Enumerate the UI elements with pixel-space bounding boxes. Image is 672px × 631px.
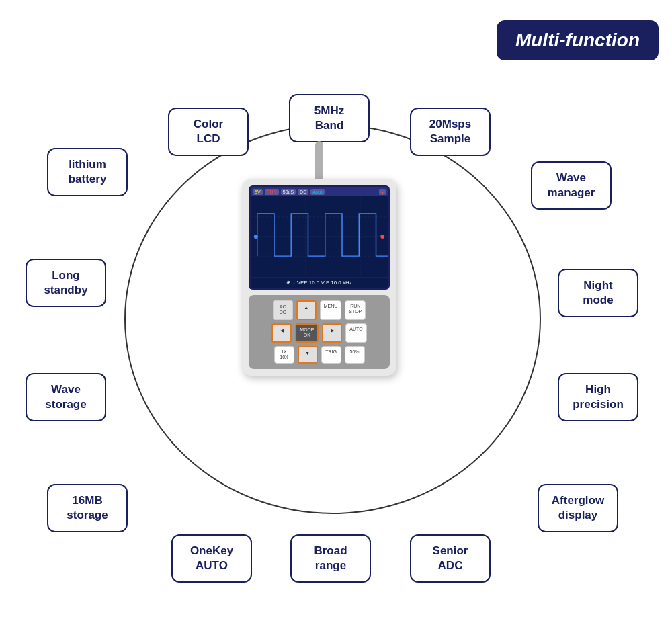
- svg-point-7: [254, 235, 258, 239]
- feature-box-16mb-storage: 16MBstorage: [47, 484, 128, 532]
- feature-box-lithium-battery: lithiumbattery: [47, 148, 128, 196]
- key-menu[interactable]: MENU: [320, 300, 342, 320]
- feature-box-wave-storage: Wavestorage: [26, 373, 106, 421]
- antenna: [315, 141, 323, 181]
- device-image: 5V RUN 50uS DC Auto ●: [242, 141, 396, 376]
- feature-box-broad-range: Broadrange: [290, 534, 371, 583]
- key-right[interactable]: ▶: [322, 323, 342, 343]
- feature-box-20msps-sample: 20MspsSample: [410, 108, 491, 156]
- feature-box-high-precision: Highprecision: [558, 373, 638, 421]
- feature-box-color-lcd: ColorLCD: [168, 108, 249, 156]
- key-50pct[interactable]: 50%: [345, 346, 365, 364]
- feature-box-5mhz-band: 5MHzBand: [289, 94, 370, 142]
- screen-footer: ⊕ ↕ VPP 10.6 V F 10.0 kHz: [251, 278, 388, 288]
- key-up[interactable]: ▲: [296, 300, 317, 320]
- key-down[interactable]: ▼: [298, 346, 318, 364]
- device-body: 5V RUN 50uS DC Auto ●: [242, 179, 396, 376]
- key-run-stop[interactable]: RUNSTOP: [345, 300, 366, 320]
- screen-display: [251, 196, 388, 277]
- feature-box-afterglow-display: Afterglowdisplay: [538, 484, 618, 532]
- feature-box-night-mode: Nightmode: [558, 269, 638, 317]
- feature-box-long-standby: Longstandby: [26, 259, 106, 307]
- key-mode-ok[interactable]: MODEOK: [295, 323, 319, 343]
- svg-point-8: [380, 235, 384, 239]
- key-ac-dc[interactable]: ACDC: [273, 300, 293, 320]
- key-left[interactable]: ◀: [271, 323, 292, 343]
- key-trig[interactable]: TRIG: [321, 346, 341, 364]
- feature-box-onekey-auto: OneKeyAUTO: [171, 534, 252, 583]
- screen-area: 5V RUN 50uS DC Auto ●: [249, 185, 390, 290]
- feature-box-senior-adc: SeniorADC: [410, 534, 491, 583]
- screen-header: 5V RUN 50uS DC Auto ●: [251, 187, 388, 196]
- key-auto[interactable]: AUTO: [345, 323, 366, 343]
- key-1x-10x[interactable]: 1X10X: [274, 346, 294, 364]
- feature-box-wave-manager: Wavemanager: [531, 161, 612, 210]
- keypad: ACDC ▲ MENU RUNSTOP ◀ MODEOK ▶ AUTO 1X10…: [249, 295, 390, 369]
- title-badge: Multi-function: [497, 20, 659, 60]
